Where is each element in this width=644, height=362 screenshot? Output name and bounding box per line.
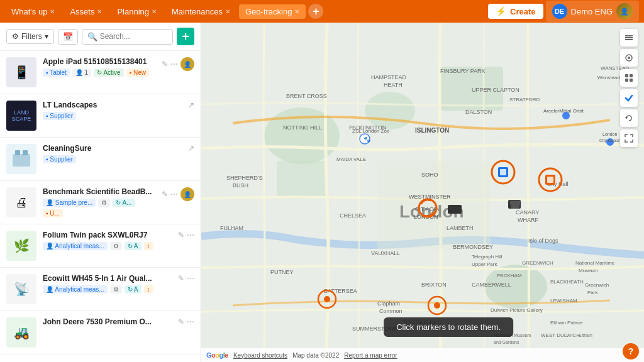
svg-text:HAMPSTEAD: HAMPSTEAD: [371, 74, 407, 80]
more-icon[interactable]: ⋯: [170, 190, 178, 199]
filters-label: Filters: [21, 32, 42, 41]
list-item[interactable]: LANDSCAPE LT Landscapes ▪ Supplier ↗: [0, 94, 201, 138]
svg-text:London: London: [602, 132, 617, 136]
asset-tags: ▪ Supplier: [43, 112, 182, 120]
create-button[interactable]: ⚡ Create: [488, 4, 543, 19]
more-icon[interactable]: ⋯: [187, 231, 194, 239]
list-item[interactable]: 🌿 Folium Twin pack SXWL0RJ7 👤 Analytical…: [0, 224, 201, 268]
grid-button[interactable]: [620, 69, 638, 87]
asset-list: 📱 Apple iPad 515108515138401 ▪ Tablet 👤 …: [0, 51, 201, 362]
svg-rect-87: [625, 39, 633, 40]
svg-rect-93: [630, 79, 633, 82]
svg-text:FINSBURY PARK: FINSBURY PARK: [440, 68, 486, 74]
top-navigation: What's up ✕ Assets ✕ Planning ✕ Maintena…: [0, 0, 644, 23]
map-container[interactable]: NOTTING HILL SHEPHERD'S BUSH FULHAM PUTN…: [201, 23, 644, 362]
asset-info: John Deere 7530 Premium O...: [43, 317, 172, 329]
list-item[interactable]: 🖨 Benchmark Scientific BeadB... 👤 Sample…: [0, 181, 201, 224]
svg-rect-77: [547, 177, 553, 183]
asset-thumbnail: 🖨: [6, 187, 36, 217]
tag-gear2: ⚙: [110, 285, 122, 293]
svg-text:Clapham: Clapham: [377, 300, 400, 307]
close-geotracking-icon[interactable]: ✕: [294, 8, 299, 15]
search-box[interactable]: 🔍: [82, 29, 173, 45]
asset-info: CleaningSure ▪ Supplier: [43, 144, 182, 163]
help-button[interactable]: ?: [623, 343, 639, 359]
tab-geotracking[interactable]: Geo-tracking ✕: [239, 4, 306, 19]
asset-name: Benchmark Scientific BeadB...: [43, 187, 155, 196]
navigate-icon[interactable]: ↗: [188, 101, 194, 109]
asset-thumbnail: 🚜: [6, 317, 36, 348]
tab-whatsup[interactable]: What's up ✕: [5, 4, 61, 19]
add-tab-button[interactable]: +: [308, 4, 323, 19]
list-item[interactable]: CleaningSure ▪ Supplier ↗: [0, 138, 201, 181]
map-data-label: Map data ©2022: [292, 352, 339, 359]
list-item[interactable]: 📡 Ecowitt WH45 5-In 1 Air Qual... 👤 Anal…: [0, 268, 201, 311]
left-panel: ⚙ Filters ▾ 📅 🔍 + 📱 Apple iPad 515108515…: [0, 23, 201, 362]
asset-name: CleaningSure: [43, 144, 182, 153]
svg-rect-86: [625, 37, 633, 38]
svg-point-89: [628, 57, 630, 59]
report-error-link[interactable]: Report a map error: [344, 352, 397, 359]
svg-text:LEWISHAM: LEWISHAM: [550, 298, 577, 304]
add-item-button[interactable]: +: [177, 28, 194, 45]
tag-u: ▪ U...: [43, 209, 63, 217]
user-avatar-initials: DE: [552, 4, 567, 19]
svg-rect-1: [15, 150, 20, 155]
location-button[interactable]: [620, 49, 638, 67]
close-assets-icon[interactable]: ✕: [97, 8, 102, 15]
layers-button[interactable]: [620, 29, 638, 47]
svg-text:Isle of Dogs: Isle of Dogs: [528, 238, 558, 244]
close-maintenances-icon[interactable]: ✕: [225, 8, 230, 15]
fullscreen-button[interactable]: [620, 129, 638, 147]
edit-icon[interactable]: ✎: [162, 60, 168, 69]
list-item[interactable]: 📱 Apple iPad 515108515138401 ▪ Tablet 👤 …: [0, 51, 201, 94]
search-input[interactable]: [100, 32, 167, 41]
asset-actions: ↗: [188, 144, 194, 153]
svg-point-79: [434, 302, 440, 309]
user-menu-button[interactable]: DE Demo ENG 👤: [546, 1, 639, 22]
svg-text:BRIXTON: BRIXTON: [421, 282, 447, 288]
filter-bar: ⚙ Filters ▾ 📅 🔍 +: [0, 23, 201, 51]
list-item[interactable]: 🚜 John Deere 7530 Premium O... ✎ ⋯: [0, 311, 201, 354]
asset-name: Apple iPad 515108515138401: [43, 57, 155, 66]
edit-icon[interactable]: ✎: [178, 274, 184, 283]
svg-text:CHELSEA: CHELSEA: [340, 212, 366, 219]
tag-a: ↻ A...: [113, 199, 135, 207]
asset-name: Folium Twin pack SXWL0RJ7: [43, 231, 172, 239]
svg-text:UPPER CLAPTON: UPPER CLAPTON: [472, 87, 519, 93]
edit-icon[interactable]: ✎: [178, 317, 184, 326]
svg-text:Dulwich Picture Gallery: Dulwich Picture Gallery: [491, 307, 543, 313]
edit-icon[interactable]: ✎: [178, 231, 184, 239]
map-background: NOTTING HILL SHEPHERD'S BUSH FULHAM PUTN…: [201, 23, 644, 362]
navigate-icon[interactable]: ↗: [188, 144, 194, 153]
chevron-down-icon: ▾: [45, 32, 48, 41]
svg-rect-7: [277, 161, 327, 199]
close-planning-icon[interactable]: ✕: [152, 8, 157, 15]
calendar-button[interactable]: 📅: [58, 29, 78, 45]
map-bottom-bar: Google Keyboard shortcuts Map data ©2022…: [201, 348, 644, 362]
svg-text:Eltham Palace: Eltham Palace: [550, 320, 583, 326]
check-button[interactable]: [620, 89, 638, 107]
asset-actions: ✎ ⋯: [178, 274, 194, 283]
more-icon[interactable]: ⋯: [170, 60, 178, 69]
tag-supplier: ▪ Supplier: [43, 155, 76, 163]
more-icon[interactable]: ⋯: [187, 274, 194, 283]
close-whatsup-icon[interactable]: ✕: [50, 8, 55, 15]
asset-thumbnail: 🌿: [6, 231, 36, 261]
tag-count: 👤 1: [72, 69, 91, 77]
keyboard-shortcuts-link[interactable]: Keyboard shortcuts: [233, 352, 287, 359]
svg-text:ZSL London Zoo: ZSL London Zoo: [352, 128, 390, 134]
tab-maintenances[interactable]: Maintenances ✕: [165, 4, 236, 19]
svg-point-5: [365, 92, 415, 129]
svg-marker-94: [625, 117, 628, 119]
svg-text:ISLINGTON: ISLINGTON: [415, 127, 449, 134]
tab-whatsup-label: What's up: [11, 7, 47, 16]
tab-planning[interactable]: Planning ✕: [111, 4, 163, 19]
undo-button[interactable]: [620, 109, 638, 127]
filters-button[interactable]: ⚙ Filters ▾: [6, 29, 54, 44]
more-icon[interactable]: ⋯: [187, 317, 194, 326]
edit-icon[interactable]: ✎: [162, 190, 168, 199]
svg-text:PUTNEY: PUTNEY: [270, 269, 294, 275]
tab-assets[interactable]: Assets ✕: [64, 4, 108, 19]
svg-rect-84: [448, 205, 462, 214]
